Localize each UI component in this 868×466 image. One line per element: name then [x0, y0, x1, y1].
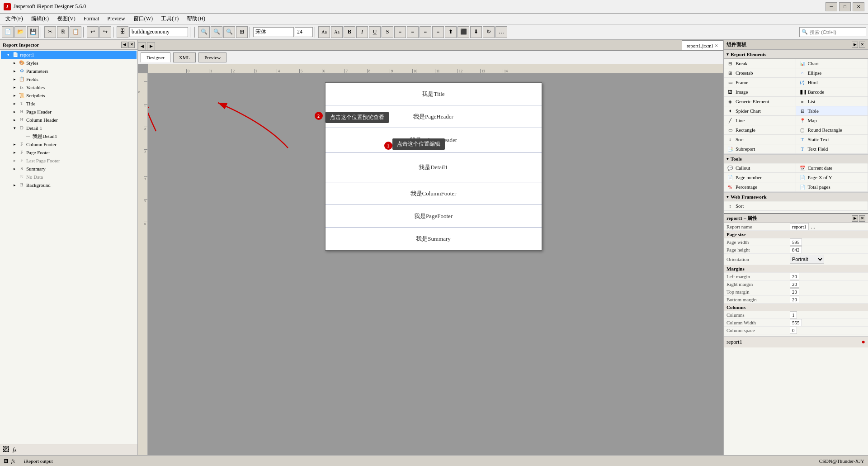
inspector-icon1[interactable]: 🖼 — [3, 446, 9, 453]
prop-orientation-select[interactable]: Portrait Landscape — [790, 255, 824, 264]
valign-top-button[interactable]: ⬆ — [445, 26, 457, 38]
tab-nav-left[interactable]: ◀ — [138, 42, 146, 50]
open-button[interactable]: 📂 — [14, 26, 26, 38]
element-generic[interactable]: ◈ Generic Element — [724, 97, 796, 106]
strikethrough-button[interactable]: S — [382, 26, 393, 38]
zoom-out-button[interactable]: 🔍 — [211, 26, 222, 38]
prop-report-name-edit[interactable]: … — [811, 224, 816, 229]
datasource-selector[interactable]: buildingeconomy — [129, 27, 188, 37]
prop-page-width-field[interactable]: 595 — [790, 238, 802, 246]
element-break[interactable]: ⊟ Break — [724, 59, 796, 68]
align-center-button[interactable]: ≡ — [407, 26, 419, 38]
redo-button[interactable]: ↪ — [99, 26, 111, 38]
tree-item-pageheader[interactable]: ▸ H Page Header — [1, 108, 137, 116]
element-frame[interactable]: ▭ Frame — [724, 78, 796, 87]
font-size-selector[interactable]: 24 — [295, 27, 313, 37]
element-image[interactable]: 🖼 Image — [724, 87, 796, 97]
props-pin[interactable]: ✕ — [859, 215, 865, 222]
tree-item-lastpagefooter[interactable]: ▸ F Last Page Footer — [1, 157, 137, 165]
close-button[interactable]: ✕ — [853, 2, 864, 11]
tree-item-styles[interactable]: ▸ 🎨 Styles — [1, 59, 137, 67]
tool-total-pages[interactable]: 📄 Total pages — [796, 182, 868, 192]
tree-item-nodata[interactable]: N No Data — [1, 173, 137, 181]
align-left-button[interactable]: ≡ — [394, 26, 406, 38]
prop-top-margin-value[interactable]: 20 — [790, 288, 799, 295]
report-section-pagefooter[interactable]: 我是PageFooter — [326, 205, 542, 228]
tool-current-date[interactable]: 📅 Current date — [796, 163, 868, 173]
restore-button[interactable]: □ — [839, 2, 851, 11]
prop-page-width-value[interactable]: 595 — [787, 238, 868, 246]
zoom-in-button[interactable]: 🔍 — [223, 26, 235, 38]
designer-tab-xml[interactable]: XML — [173, 52, 196, 62]
menu-edit[interactable]: 编辑(E) — [28, 14, 52, 24]
tree-item-fields[interactable]: ▸ 📋 Fields — [1, 75, 137, 83]
tree-item-columnfooter[interactable]: ▸ F Column Footer — [1, 140, 137, 148]
align-right-button[interactable]: ≡ — [420, 26, 431, 38]
italic-button[interactable]: I — [356, 26, 368, 38]
inspector-pin[interactable]: ✕ — [128, 42, 135, 48]
inspector-icon2[interactable]: fx — [13, 447, 17, 453]
prop-page-height-field[interactable]: 842 — [790, 246, 802, 253]
element-table[interactable]: ⊟ Table — [796, 106, 868, 116]
report-section-title[interactable]: 我是Title — [326, 83, 542, 105]
rotate-button[interactable]: ↻ — [483, 26, 495, 38]
tree-item-background[interactable]: ▸ B Background — [1, 181, 137, 189]
element-static-text[interactable]: T Static Text — [796, 135, 868, 144]
element-barcode[interactable]: ▐▌▐ Barcode — [796, 87, 868, 97]
underline-button[interactable]: U — [369, 26, 381, 38]
element-spider-chart[interactable]: ✦ Spider Chart — [724, 106, 796, 116]
right-panel-close[interactable]: ✕ — [859, 42, 865, 48]
tool-percentage[interactable]: % Percentage — [724, 182, 796, 192]
more-button[interactable]: … — [495, 26, 507, 38]
element-ellipse[interactable]: ○ Ellipse — [796, 68, 868, 78]
zoom-custom-button[interactable]: ⊞ — [236, 26, 248, 38]
element-round-rect[interactable]: ▢ Round Rectangle — [796, 125, 868, 135]
prop-bottom-margin-value[interactable]: 20 — [790, 296, 799, 303]
cut-button[interactable]: ✂ — [44, 26, 56, 38]
canvas-container[interactable]: 0 1 2 3 4 5 6 7 8 9 10 11 12 13 14 — [138, 64, 723, 455]
prop-left-margin-value[interactable]: 20 — [790, 273, 799, 280]
prop-right-margin-value[interactable]: 20 — [790, 281, 799, 288]
prop-report-name-value[interactable]: report1 — [790, 223, 809, 230]
element-map[interactable]: 📍 Map — [796, 116, 868, 125]
element-line[interactable]: ╱ Line — [724, 116, 796, 125]
prop-column-space-value[interactable]: 0 — [790, 327, 797, 334]
menu-file[interactable]: 文件(F) — [2, 14, 27, 24]
tab-report1[interactable]: report1.jrxml ✕ — [682, 40, 723, 50]
report-section-columnfooter[interactable]: 我是ColumnFooter — [326, 182, 542, 205]
menu-help[interactable]: 帮助(H) — [183, 14, 209, 24]
element-rectangle[interactable]: ▭ Rectangle — [724, 125, 796, 135]
element-crosstab[interactable]: ⊞ Crosstab — [724, 68, 796, 78]
tooltip-preview[interactable]: 点击这个位置预览查看 — [326, 112, 389, 123]
menu-window[interactable]: 窗口(W) — [130, 14, 156, 24]
tree-item-detail1[interactable]: ▾ D Detail 1 — [1, 124, 137, 132]
designer-tab-designer[interactable]: Designer — [141, 52, 170, 62]
font-selector[interactable]: 宋体 — [253, 27, 294, 37]
save-button[interactable]: 💾 — [27, 26, 39, 38]
undo-button[interactable]: ↩ — [87, 26, 99, 38]
prop-column-width-value[interactable]: 555 — [790, 319, 802, 326]
tree-item-variables[interactable]: ▸ fx Variables — [1, 83, 137, 91]
font-aa2-button[interactable]: Aa — [331, 26, 343, 38]
tool-page-number[interactable]: 📄 Page number — [724, 173, 796, 182]
tree-item-pagefooter[interactable]: ▸ F Page Footer — [1, 148, 137, 157]
status-icon1[interactable]: 🖼 — [4, 458, 9, 464]
paste-button[interactable]: 📋 — [70, 26, 81, 38]
new-button[interactable]: 📄 — [2, 26, 14, 38]
bold-button[interactable]: B — [344, 26, 355, 38]
web-sort[interactable]: ↕ Sort — [724, 201, 868, 211]
props-collapse[interactable]: ▶ — [852, 215, 858, 222]
window-controls[interactable]: ─ □ ✕ — [826, 2, 864, 11]
prop-page-height-value[interactable]: 842 — [787, 246, 868, 254]
tree-item-columnheader[interactable]: ▸ H Column Header — [1, 116, 137, 124]
valign-mid-button[interactable]: ⬛ — [458, 26, 469, 38]
badge-1[interactable]: 1 — [384, 142, 392, 150]
minimize-button[interactable]: ─ — [826, 2, 837, 11]
badge-2[interactable]: 2 — [315, 112, 323, 120]
font-aa-button[interactable]: Aa — [318, 26, 330, 38]
element-list[interactable]: ≡ List — [796, 97, 868, 106]
section-header-report-elements[interactable]: ▾ Report Elements — [724, 50, 868, 59]
element-subreport[interactable]: 📑 Subreport — [724, 144, 796, 154]
element-sort[interactable]: ↕ Sort — [724, 135, 796, 144]
element-html[interactable]: ⟨/⟩ Html — [796, 78, 868, 87]
